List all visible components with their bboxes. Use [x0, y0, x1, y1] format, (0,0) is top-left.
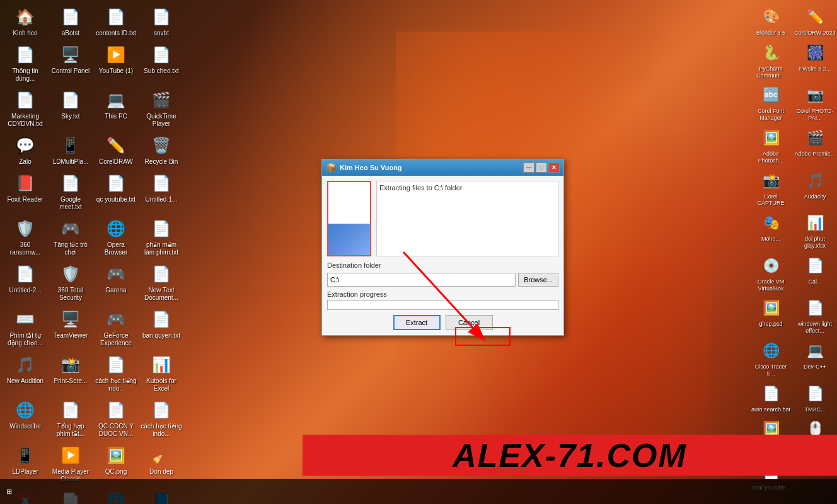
taskbar-start[interactable]: ⊞ [0, 488, 18, 496]
desktop-icon-moho[interactable]: 🎭 Moho... [749, 209, 793, 252]
desktop-icon-doi-phut[interactable]: 📊 doi phut giay.xlsx [793, 209, 837, 252]
desktop-icon-auto-search[interactable]: 📄 auto search.bat [749, 380, 793, 416]
desktop-icon-recycle[interactable]: 🗑️ Recycle Bin [139, 132, 183, 168]
desktop-icon-sky[interactable]: 📄 Sky.txt [49, 86, 93, 130]
foxit-icon: 📕 [14, 172, 37, 195]
desktop-icon-photoshop[interactable]: 🖼️ Adobe Photosh... [749, 124, 793, 167]
progress-label: Extraction progress [327, 290, 558, 298]
cancel-button[interactable]: Cancel [446, 315, 493, 330]
desktop-icon-premiere[interactable]: 🎬 Adobe Premie... [793, 124, 837, 167]
desktop-icon-marketing[interactable]: 📄 Marketing CDYDVN.txt [3, 86, 47, 130]
tmac-label: TMAC... [805, 406, 826, 413]
corel-font-icon: 🔤 [759, 84, 782, 106]
qc-cdcn-icon: 📄 [105, 399, 127, 421]
ban-quyen-icon: 📄 [150, 308, 173, 331]
close-button[interactable]: ✕ [548, 163, 560, 173]
desktop-icon-snvbt[interactable]: 📄 snvbt [139, 3, 183, 40]
360-ransom-label: 360 ransomw... [4, 241, 46, 256]
oracle-label: Oracle VM VirtualBox [750, 278, 792, 292]
cai-icon: 📄 [804, 255, 826, 277]
progress-bar-container [327, 300, 558, 310]
auto-search-label: auto search.bat [751, 406, 790, 413]
desktop-icon-new-text[interactable]: 📄 New Text Document... [139, 260, 183, 304]
desktop-icon-cai[interactable]: 📄 Cai... [793, 252, 837, 295]
desktop-icon-tmac[interactable]: 📄 TMAC... [793, 380, 837, 416]
new-text-icon: 📄 [150, 263, 173, 285]
desktop-icon-ban-quyen[interactable]: 📄 ban quyen.txt [139, 306, 183, 350]
desktop-icon-abotst[interactable]: 📄 aBotst [49, 3, 93, 40]
desktop-icon-kutools[interactable]: 📊 Kutools for Excel [139, 351, 183, 395]
desktop-icon-qc-yt[interactable]: 📄 qc youtube.txt [94, 169, 138, 214]
desktop-icon-oracle[interactable]: 💿 Oracle VM VirtualBox [749, 252, 793, 295]
desktop-icon-thong-tin[interactable]: 📄 Thông tin dùng... [3, 41, 47, 85]
teamviewer-label: TeamViewer [54, 332, 88, 340]
desktop-icon-cach-hoc2[interactable]: 📄 cách học tiếng indo... [139, 396, 183, 440]
snvbt-label: snvbt [154, 30, 169, 37]
desktop-icon-tang-toc[interactable]: 🎮 Tăng tốc trò chơi [49, 215, 93, 259]
desktop-icon-geforce[interactable]: 🎮 GeForce Experience [94, 306, 138, 350]
desktop-icon-cach-hoc-indo[interactable]: 📄 cách học tiếng indo... [94, 351, 138, 395]
browse-button[interactable]: Browse... [518, 273, 558, 287]
corel-capture-icon: 📸 [759, 169, 782, 192]
desktop-icon-opera[interactable]: 🌐 Opera Browser [94, 215, 138, 259]
desktop-icon-contents[interactable]: 📄 contents lD.txt [94, 3, 138, 40]
maximize-button[interactable]: □ [536, 163, 547, 173]
desktop-icon-tong-hop[interactable]: 📄 Tổng hợp phim tắt... [49, 396, 93, 440]
desktop-icon-phan-mem[interactable]: 📄 phần mềm làm phim.txt [139, 215, 183, 259]
desktop-icon-windown-light[interactable]: 📄 windown light effect... [793, 294, 837, 337]
sky-icon: 📄 [59, 89, 82, 112]
desktop-icon-print-scr[interactable]: 📸 Print-Scre... [49, 351, 93, 395]
extract-button[interactable]: Extract [393, 315, 441, 330]
desktop-icon-untitled2[interactable]: 📄 Untitled-2... [3, 260, 47, 304]
desktop-icon-windscribe[interactable]: 🌐 Windscribe [3, 396, 47, 440]
desktop-icon-foxit[interactable]: 📕 Foxit Reader [3, 169, 47, 214]
desktop-icon-kinh-co[interactable]: 🏠 Kinh hco [3, 3, 47, 40]
phim-tat-icon: ⌨️ [14, 308, 37, 331]
desktop-icon-zalo[interactable]: 💬 Zalo [3, 132, 47, 168]
untitled1-label: Untitled-1... [145, 196, 177, 203]
ldmulti-label: LDMultiPla... [53, 158, 89, 166]
desktop-icon-pycharm[interactable]: 🐍 PyCharm Communi... [749, 39, 793, 82]
desktop-icon-360-ransom[interactable]: 🛡️ 360 ransomw... [3, 215, 47, 259]
kinh-co-label: Kinh hco [13, 30, 38, 37]
desktop-icon-ghep-psd[interactable]: 🖼️ ghep.psd [749, 294, 793, 337]
moho-icon: 🎭 [759, 212, 782, 234]
desktop-icon-dev-cpp[interactable]: 💻 Dev-C++ [793, 337, 837, 380]
kutools-label: Kutools for Excel [141, 377, 182, 392]
youtube-icon: ▶️ [105, 43, 127, 66]
teamviewer-icon: 🖥️ [59, 308, 82, 331]
gmeet-label: Google meet.txt [50, 196, 91, 211]
desktop-icon-teamviewer[interactable]: 🖥️ TeamViewer [49, 306, 93, 350]
desktop-icon-new-audition[interactable]: 🎵 New Audition [3, 351, 47, 395]
desktop-icon-coreldraw-r[interactable]: ✏️ CorelDRW 2023 [793, 3, 837, 39]
desktop-icon-360total[interactable]: 🛡️ 360 Total Security [49, 260, 93, 304]
desktop-icon-phim-tat[interactable]: ⌨️ Phím tắt tự động chọn... [3, 306, 47, 350]
destination-input[interactable] [327, 273, 516, 287]
desktop-icon-coreldraw[interactable]: ✏️ CorelDRAW [94, 132, 138, 168]
minimize-button[interactable]: — [523, 163, 534, 173]
desktop-icon-control-panel[interactable]: 🖥️ Control Panel [49, 41, 93, 85]
cach-hoc-indo-icon: 📄 [105, 353, 127, 376]
desktop-icon-audacity[interactable]: 🎵 Audacity [793, 167, 837, 210]
desktop-icon-youtube[interactable]: ▶️ YouTube (1) [94, 41, 138, 85]
desktop-icon-fwsim[interactable]: 🎆 FWsim 3.2... [793, 39, 837, 82]
thong-tin-label: Thông tin dùng... [4, 67, 46, 83]
desktop-icon-corel-photo[interactable]: 📷 Corel PHOTO-PAI... [793, 81, 837, 124]
desktop-icon-untitled1[interactable]: 📄 Untitled-1... [139, 169, 183, 214]
desktop-icon-garena[interactable]: 🎮 Garena [94, 260, 138, 304]
desktop-icon-sub-cheo[interactable]: 📄 Sub cheo.txt [139, 41, 183, 85]
desktop-icon-qc-cdcn[interactable]: 📄 QC CDCN Y DUOC VN... [94, 396, 138, 440]
tong-hop-label: Tổng hợp phim tắt... [50, 423, 91, 438]
geforce-icon: 🎮 [105, 308, 127, 331]
desktop-icon-corel-capture[interactable]: 📸 Corel CAPTURE [749, 167, 793, 210]
desktop-icon-cisco[interactable]: 🌐 Cisco Tracer S... [749, 337, 793, 380]
desktop-icon-quicktime[interactable]: 🎬 QuickTime Player [139, 86, 183, 130]
desktop-icon-this-pc[interactable]: 💻 This PC [94, 86, 138, 130]
desktop-icon-ldmulti[interactable]: 📱 LDMultiPla... [49, 132, 93, 168]
desktop-icon-blender[interactable]: 🎨 Blender 3.5 [749, 3, 793, 39]
desktop-icon-corel-font[interactable]: 🔤 Corel Font Manager [749, 81, 793, 124]
corel-photo-label: Corel PHOTO-PAI... [794, 108, 836, 122]
doi-phut-icon: 📊 [804, 212, 826, 234]
marketing-icon: 📄 [14, 89, 37, 112]
desktop-icon-gmeet[interactable]: 📄 Google meet.txt [49, 169, 93, 214]
